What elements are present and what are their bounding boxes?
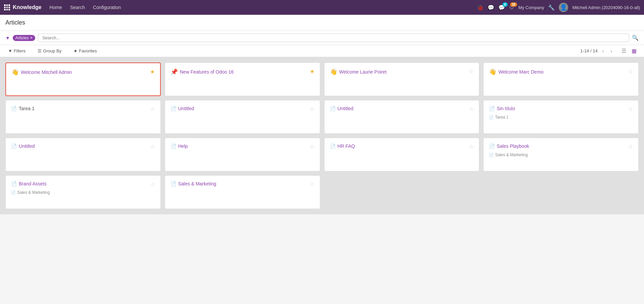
app-name: Knowledge bbox=[13, 4, 41, 10]
topnav-right: 🐞 💬 💬 6 ⏱ 38 My Company 🔧 👤 Mitchell Adm… bbox=[477, 3, 640, 12]
card-title-text: 📄 Sales & Marketing bbox=[170, 181, 307, 186]
card-doc-icon: 📄 bbox=[170, 106, 176, 111]
card-doc-icon: 📄 bbox=[11, 143, 17, 149]
card-doc-icon: 📄 bbox=[489, 143, 495, 149]
search-input[interactable] bbox=[38, 34, 629, 42]
card-title-label: Help bbox=[178, 143, 188, 149]
card-title-label: Brand Assets bbox=[19, 181, 47, 186]
company-name: My Company bbox=[518, 5, 544, 10]
card-title-label: Untitled bbox=[338, 106, 353, 111]
kanban-card-6[interactable]: 📄 Untitled ☆ bbox=[165, 100, 320, 134]
nav-home[interactable]: Home bbox=[47, 3, 64, 11]
card-title-label: Sales Playbook bbox=[497, 143, 529, 149]
support-icon[interactable]: 💬 bbox=[488, 4, 494, 11]
kanban-card-14[interactable]: 📄 Sales & Marketing ☆ bbox=[165, 175, 320, 209]
card-star-button[interactable]: ☆ bbox=[310, 106, 314, 112]
card-title-row: 📄 HR FAQ ☆ bbox=[330, 143, 474, 150]
kanban-card-2[interactable]: 📌 New Features of Odoo 16 ★ bbox=[165, 62, 320, 96]
card-title-label: Sin título bbox=[497, 106, 515, 111]
search-bar: ▼ Articles ✕ 🔍 bbox=[0, 31, 644, 45]
favorites-button[interactable]: ★ Favorites bbox=[71, 47, 99, 55]
card-star-button[interactable]: ☆ bbox=[469, 106, 474, 112]
kanban-card-1[interactable]: 👋 Welcome Mitchell Admin ★ bbox=[5, 62, 161, 96]
kanban-card-13[interactable]: 📄 Brand Assets ☆ 📄 Sales & Marketing bbox=[5, 175, 161, 209]
card-title-row: 👋 Welcome Mitchell Admin ★ bbox=[11, 69, 155, 76]
kanban-card-3[interactable]: 👋 Welcome Laurie Poiret ☆ bbox=[324, 62, 480, 96]
card-doc-icon: 📄 bbox=[489, 106, 495, 111]
card-star-button[interactable]: ☆ bbox=[628, 68, 633, 75]
card-star-button[interactable]: ☆ bbox=[310, 143, 314, 150]
card-title-row: 👋 Welcome Marc Demo ☆ bbox=[489, 68, 633, 76]
filters-button[interactable]: ▼ Filters bbox=[5, 47, 28, 55]
card-star-button[interactable]: ★ bbox=[310, 68, 314, 75]
filters-label: Filters bbox=[14, 48, 26, 53]
filter-tag-close[interactable]: ✕ bbox=[30, 36, 33, 40]
card-star-button[interactable]: ☆ bbox=[310, 181, 314, 187]
card-star-button[interactable]: ☆ bbox=[469, 143, 474, 150]
kanban-card-9[interactable]: 📄 Untitled ☆ bbox=[5, 138, 161, 171]
card-subtitle: 📄 Sales & Marketing bbox=[489, 153, 633, 157]
card-star-button[interactable]: ☆ bbox=[628, 143, 633, 150]
card-star-button[interactable]: ☆ bbox=[150, 143, 155, 150]
chat-icon[interactable]: 💬 6 bbox=[498, 4, 505, 11]
filter-tag-label: Articles bbox=[15, 36, 29, 40]
prev-page-button[interactable]: ‹ bbox=[600, 48, 606, 54]
card-title-label: Welcome Mitchell Admin bbox=[21, 70, 72, 75]
card-doc-icon: 📄 bbox=[330, 143, 336, 149]
card-title-label: Untitled bbox=[19, 143, 35, 149]
card-title-row: 👋 Welcome Laurie Poiret ☆ bbox=[330, 68, 474, 76]
timer-icon[interactable]: ⏱ 38 bbox=[509, 4, 514, 10]
card-title-label: New Features of Odoo 16 bbox=[180, 69, 234, 75]
kanban-card-7[interactable]: 📄 Untitled ☆ bbox=[324, 100, 480, 134]
subtitle-text: Tarea 1 bbox=[495, 115, 508, 120]
bug-icon[interactable]: 🐞 bbox=[477, 4, 484, 11]
card-doc-icon: 📄 bbox=[330, 106, 336, 111]
kanban-card-5[interactable]: 📄 Tarea 1 ☆ bbox=[5, 100, 161, 134]
kanban-view-button[interactable]: ▦ bbox=[630, 47, 639, 55]
card-star-button[interactable]: ☆ bbox=[628, 106, 633, 112]
card-title-label: Sales & Marketing bbox=[178, 181, 216, 186]
card-subtitle: 📄 Tarea 1 bbox=[489, 115, 633, 120]
apps-grid-icon[interactable] bbox=[4, 4, 10, 10]
card-star-button[interactable]: ☆ bbox=[150, 181, 155, 187]
kanban-card-8[interactable]: 📄 Sin título ☆ 📄 Tarea 1 bbox=[483, 100, 639, 134]
list-view-button[interactable]: ☰ bbox=[620, 47, 628, 55]
app-brand[interactable]: Knowledge bbox=[4, 4, 41, 10]
nav-search[interactable]: Search bbox=[67, 3, 88, 11]
card-star-button[interactable]: ☆ bbox=[469, 68, 474, 75]
groupby-button[interactable]: ☰ Group By bbox=[35, 47, 64, 55]
filter-tag-articles[interactable]: Articles ✕ bbox=[13, 35, 35, 41]
subheader: Articles bbox=[0, 15, 644, 31]
next-page-button[interactable]: › bbox=[608, 48, 614, 54]
card-title-text: 📄 Brand Assets bbox=[11, 181, 148, 186]
card-emoji-icon: 👋 bbox=[11, 69, 19, 76]
card-title-text: 📄 Sin título bbox=[489, 106, 626, 111]
search-icon[interactable]: 🔍 bbox=[632, 35, 639, 41]
card-title-label: Tarea 1 bbox=[19, 106, 35, 111]
filters-icon: ▼ bbox=[8, 48, 12, 53]
card-title-row: 📄 Sin título ☆ bbox=[489, 106, 633, 112]
card-title-row: 📄 Sales Playbook ☆ bbox=[489, 143, 633, 150]
kanban-card-11[interactable]: 📄 HR FAQ ☆ bbox=[324, 138, 480, 171]
card-star-button[interactable]: ★ bbox=[150, 69, 155, 75]
toolbar: ▼ Filters ☰ Group By ★ Favorites 1-14 / … bbox=[0, 45, 644, 57]
favorites-label: Favorites bbox=[79, 48, 97, 53]
card-title-text: 👋 Welcome Marc Demo bbox=[489, 68, 626, 76]
chat-badge: 6 bbox=[502, 2, 508, 7]
card-doc-icon: 📄 bbox=[11, 181, 17, 186]
page-title: Articles bbox=[5, 19, 25, 26]
card-title-text: 📄 Tarea 1 bbox=[11, 106, 148, 111]
card-title-label: Welcome Marc Demo bbox=[498, 69, 543, 75]
card-title-row: 📄 Sales & Marketing ☆ bbox=[170, 181, 314, 187]
wrench-icon[interactable]: 🔧 bbox=[548, 4, 555, 11]
card-star-button[interactable]: ☆ bbox=[150, 106, 155, 112]
user-avatar[interactable]: 👤 bbox=[559, 3, 568, 12]
card-title-row: 📄 Untitled ☆ bbox=[170, 106, 314, 112]
kanban-card-10[interactable]: 📄 Help ☆ bbox=[165, 138, 320, 171]
kanban-card-4[interactable]: 👋 Welcome Marc Demo ☆ bbox=[483, 62, 639, 96]
view-toggle: ☰ ▦ bbox=[620, 47, 639, 55]
card-title-text: 📄 Help bbox=[170, 143, 307, 149]
kanban-card-12[interactable]: 📄 Sales Playbook ☆ 📄 Sales & Marketing bbox=[483, 138, 639, 171]
nav-configuration[interactable]: Configuration bbox=[90, 3, 123, 11]
card-title-row: 📄 Untitled ☆ bbox=[330, 106, 474, 112]
